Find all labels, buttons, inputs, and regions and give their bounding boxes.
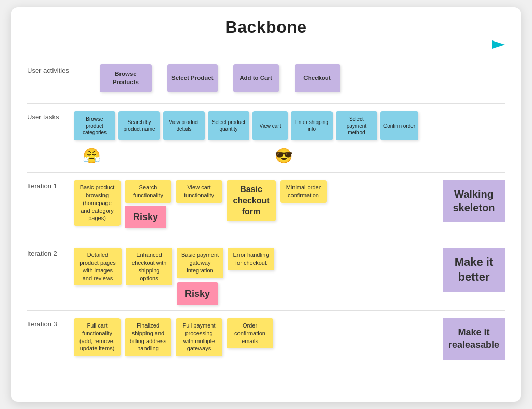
iteration2-label: Iteration 2 [27, 248, 74, 257]
activity-note-3: Add to Cart [233, 64, 279, 92]
iter1-note-4: Basic checkout form [227, 180, 276, 221]
avatar-1: 😤 [80, 144, 103, 167]
iter1-note-1: Basic product browsing (homepage and cat… [74, 180, 121, 226]
activity-note-4: Checkout [295, 64, 340, 92]
diagram-title: Backbone [27, 18, 505, 37]
task-note-2: Search by product name [118, 111, 160, 140]
task-note-5: View cart [252, 111, 288, 140]
iter2-note-2: Enhanced checkout with shipping options [126, 248, 172, 285]
backbone-arrow [27, 40, 505, 49]
iter3-note-4: Order confirmation emails [227, 318, 273, 349]
task-note-8: Confirm order [380, 111, 418, 140]
iteration3-label: Iteration 3 [27, 318, 74, 328]
task-note-7: Select payment method [336, 111, 377, 140]
iter3-note-1: Full cart functionality (add, remove, up… [74, 318, 121, 356]
iter3-note-3: Full payment processing with multiple ga… [176, 318, 222, 356]
iteration1-label: Iteration 1 [27, 180, 74, 190]
iteration3-section: Iteration 3 Full cart functionality (add… [27, 310, 505, 373]
user-tasks-section: User tasks Browse product categories Sea… [27, 103, 505, 172]
task-note-1: Browse product categories [74, 111, 115, 140]
user-activities-section: User activities Browse Products Select P… [27, 57, 505, 103]
user-activities-label: User activities [27, 64, 74, 74]
iteration1-section: Iteration 1 Basic product browsing (home… [27, 172, 505, 240]
activity-note-1: Browse Products [100, 64, 152, 92]
iter2-risky: Risky [177, 282, 218, 305]
diagram-container: Backbone User activities Browse Products… [11, 7, 521, 402]
task-note-4: Select product quantity [208, 111, 249, 140]
iter2-note-3: Basic payment gateway integration [177, 248, 223, 278]
iter1-risky: Risky [125, 206, 166, 228]
iter2-make-better: Make it better [443, 248, 505, 292]
user-activities-content: Browse Products Select Product Add to Ca… [74, 64, 505, 92]
iter1-note-2: Search functionality [125, 180, 171, 203]
iter2-note-1: Detailed product pages with images and r… [74, 248, 122, 285]
iter2-note-4: Error handling for checkout [228, 248, 274, 270]
iter3-note-2: Finalized shipping and billing address h… [125, 318, 171, 356]
iter3-make-realeasable: Make it realeasable [443, 318, 505, 360]
task-note-6: Enter shipping info [291, 111, 332, 140]
iteration2-section: Iteration 2 Detailed product pages with … [27, 240, 505, 310]
user-tasks-label: User tasks [27, 111, 74, 121]
svg-marker-1 [492, 40, 505, 49]
iter1-note-3: View cart functionality [176, 180, 222, 203]
iter1-note-5: Minimal order confirmation [280, 180, 327, 203]
avatar-2: 😎 [272, 144, 295, 167]
iter1-walking-skeleton: Walking skeleton [443, 180, 505, 222]
activity-note-2: Select Product [167, 64, 218, 92]
task-note-3: View product details [163, 111, 205, 140]
